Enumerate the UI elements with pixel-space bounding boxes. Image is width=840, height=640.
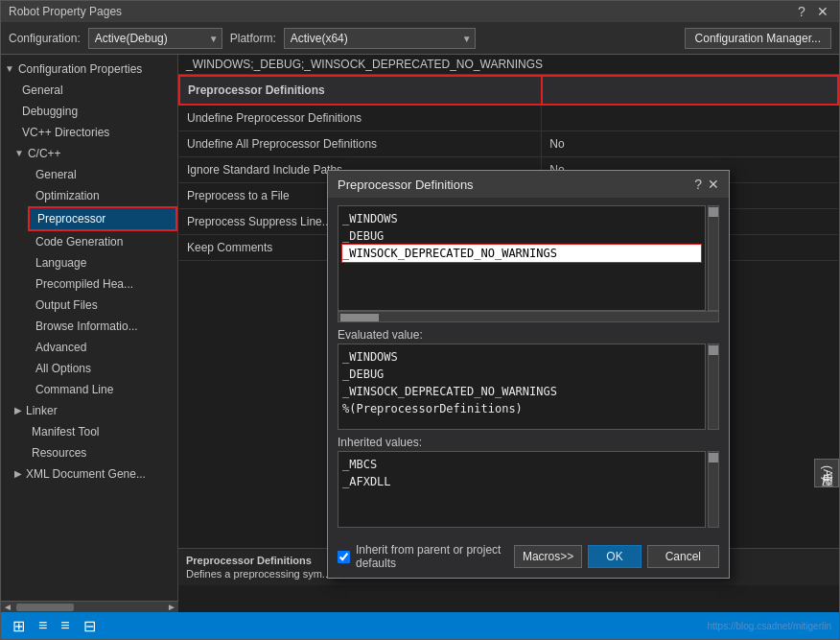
ok-button[interactable]: OK [588,545,641,568]
evaluated-display[interactable]: _WINDOWS _DEBUG _WINSOCK_DEPRECATED_NO_W… [338,344,706,430]
apply-button[interactable]: 应用(A) [814,459,839,487]
sidebar-item-language[interactable]: Language [28,252,177,273]
eval-line-4: %(PreprocessorDefinitions) [342,400,701,417]
sidebar-item-optimization[interactable]: Optimization [28,185,177,206]
close-button[interactable]: ✕ [814,3,831,20]
eval-scroll-thumb[interactable] [709,345,718,355]
inh-scroll-thumb[interactable] [709,453,718,462]
sidebar-item-linker-label: Linker [26,402,58,419]
evaluated-area: _WINDOWS _DEBUG _WINSOCK_DEPRECATED_NO_W… [338,344,719,430]
prop-name: Undefine Preprocessor Definitions [179,105,542,131]
config-select[interactable]: Active(Debug) [88,28,222,49]
platform-select[interactable]: Active(x64) [284,28,476,49]
inh-scrollbar[interactable] [708,451,719,528]
sidebar-item-linker[interactable]: ▶ Linker [14,400,177,421]
prop-section-header[interactable]: Preprocessor Definitions [179,76,542,105]
inherit-label: Inherit from parent or project defaults [356,543,514,570]
modal-close-button[interactable]: ✕ [708,177,719,192]
sidebar-tree: ▼ Configuration Properties General Debug… [1,55,178,601]
modal-help-button[interactable]: ? [694,177,702,192]
config-manager-button[interactable]: Configuration Manager... [685,28,831,49]
sidebar-item-cpp-general[interactable]: General [28,164,177,185]
scroll-right-btn[interactable]: ► [165,602,178,612]
sidebar-item-all-options[interactable]: All Options [28,358,177,379]
sidebar-item-cpp[interactable]: ▼ C/C++ [14,143,177,164]
eval-line-3: _WINSOCK_DEPRECATED_NO_WARNINGS [342,383,701,400]
definitions-textarea-container: _WINDOWS _DEBUG _WINSOCK_DEPRECATED_NO_W… [338,205,706,311]
sidebar-item-config-props[interactable]: ▼ Configuration Properties [1,59,177,80]
toolbar-btn-3[interactable]: ≡ [57,615,73,636]
bottom-toolbar: ⊞ ≡ ≡ ⊟ https://blog.csadnet/mitigerlin [1,612,839,639]
sidebar-item-preprocessor[interactable]: Preprocessor [28,206,177,231]
sidebar-item-output-files[interactable]: Output Files [28,295,177,316]
inherit-checkbox[interactable] [338,551,350,563]
toolbar-btn-1[interactable]: ⊞ [9,615,29,637]
cancel-button[interactable]: Cancel [647,545,719,568]
macros-button[interactable]: Macros>> [514,545,582,568]
sidebar-item-resources[interactable]: Resources [14,442,177,463]
sidebar-item-cpp-label: C/C++ [28,145,61,162]
platform-select-wrapper[interactable]: Active(x64) ▼ [284,28,476,49]
def-line-3: _WINSOCK_DEPRECATED_NO_WARNINGS [342,245,701,262]
definitions-display[interactable]: _WINDOWS _DEBUG _WINSOCK_DEPRECATED_NO_W… [338,205,706,311]
config-select-wrapper[interactable]: Active(Debug) ▼ [88,28,222,49]
eval-line-2: _DEBUG [342,366,701,383]
sidebar-scrollbar[interactable]: ◄ ► [1,601,178,612]
def-hscroll[interactable] [338,311,719,322]
platform-label: Platform: [230,32,276,45]
inherit-checkbox-area: Inherit from parent or project defaults [338,543,514,570]
modal-title: Preprocessor Definitions [338,178,474,192]
sidebar-item-general[interactable]: General [14,80,177,101]
title-bar: Robot Property Pages ? ✕ [1,1,839,22]
sidebar-item-label: Configuration Properties [18,60,142,78]
eval-line-1: _WINDOWS [342,348,701,366]
sidebar-item-vc-dirs[interactable]: VC++ Directories [14,122,177,143]
sidebar-item-advanced[interactable]: Advanced [28,337,177,358]
window-title: Robot Property Pages [9,5,122,18]
sidebar-item-manifest-tool[interactable]: Manifest Tool [14,421,177,442]
inherited-textarea-container: _MBCS _AFXDLL [338,451,706,528]
sidebar-item-precompiled[interactable]: Precompiled Hea... [28,273,177,295]
modal-title-bar: Preprocessor Definitions ? ✕ [328,171,729,198]
expand-icon: ▼ [5,60,14,78]
def-line-2: _DEBUG [342,227,701,245]
prop-value[interactable] [542,105,838,131]
def-line-1: _WINDOWS [342,210,701,227]
scrollbar-thumb[interactable] [16,604,74,611]
help-button[interactable]: ? [793,3,810,20]
xml-expand-icon: ▶ [14,465,22,483]
config-bar: Configuration: Active(Debug) ▼ Platform:… [1,22,839,55]
inherited-area: _MBCS _AFXDLL [338,451,719,528]
prop-header-value [542,76,838,105]
def-hscroll-thumb[interactable] [340,314,379,321]
evaluated-label: Evaluated value: [338,328,719,342]
watermark: https://blog.csadnet/mitigerlin [707,621,831,631]
def-scroll-thumb[interactable] [709,207,718,217]
evaluated-textarea-container: _WINDOWS _DEBUG _WINSOCK_DEPRECATED_NO_W… [338,344,706,430]
modal-footer: Inherit from parent or project defaults … [328,535,729,578]
top-value-bar: _WINDOWS;_DEBUG;_WINSOCK_DEPRECATED_NO_W… [178,55,839,75]
modal-body: _WINDOWS _DEBUG _WINSOCK_DEPRECATED_NO_W… [328,198,729,535]
sidebar-item-browse-info[interactable]: Browse Informatio... [28,316,177,337]
definitions-area: _WINDOWS _DEBUG _WINSOCK_DEPRECATED_NO_W… [338,205,719,311]
inh-line-1: _MBCS [342,456,701,473]
linker-expand-icon: ▶ [14,402,22,419]
inherited-display[interactable]: _MBCS _AFXDLL [338,451,706,528]
cpp-expand-icon: ▼ [14,145,24,162]
modal-dialog: Preprocessor Definitions ? ✕ _WINDOWS _D… [327,170,730,579]
modal-buttons: Macros>> OK Cancel [514,545,719,568]
title-bar-controls: ? ✕ [793,3,831,20]
toolbar-btn-2[interactable]: ≡ [35,615,51,636]
scroll-left-btn[interactable]: ◄ [1,602,14,612]
prop-name: Undefine All Preprocessor Definitions [179,131,542,157]
sidebar-item-code-gen[interactable]: Code Generation [28,231,177,252]
inherited-label: Inherited values: [338,436,719,449]
inh-line-2: _AFXDLL [342,473,701,490]
sidebar-item-command-line[interactable]: Command Line [28,379,177,400]
toolbar-btn-4[interactable]: ⊟ [80,615,100,637]
prop-value[interactable]: No [542,131,838,157]
eval-scrollbar[interactable] [708,344,719,430]
sidebar-item-debugging[interactable]: Debugging [14,101,177,122]
def-scrollbar[interactable] [708,205,719,311]
sidebar-item-xml-doc[interactable]: ▶ XML Document Gene... [14,463,177,485]
